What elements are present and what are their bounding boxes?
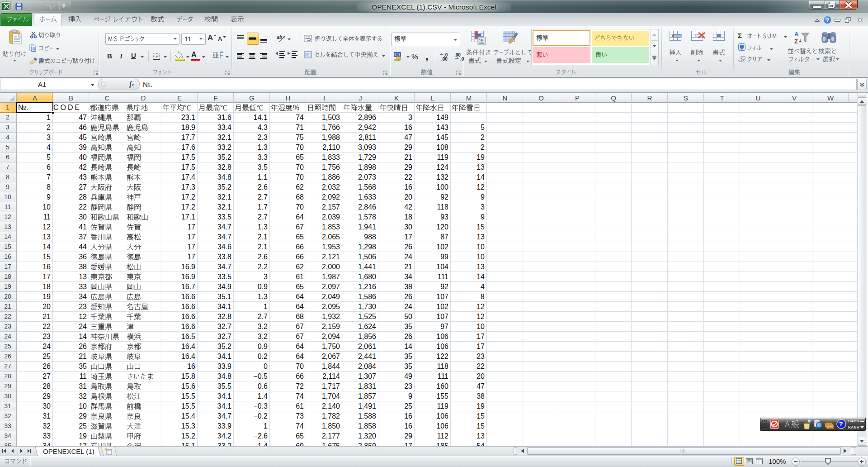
svg-text:.00: .00 <box>441 57 448 62</box>
svg-text:<s: <s <box>479 38 483 42</box>
svg-text:A: A <box>794 31 799 38</box>
svg-text:Z: Z <box>794 38 798 45</box>
svg-text:?: ? <box>839 420 843 428</box>
svg-text:.0: .0 <box>460 57 464 62</box>
svg-text:a: a <box>307 53 309 57</box>
